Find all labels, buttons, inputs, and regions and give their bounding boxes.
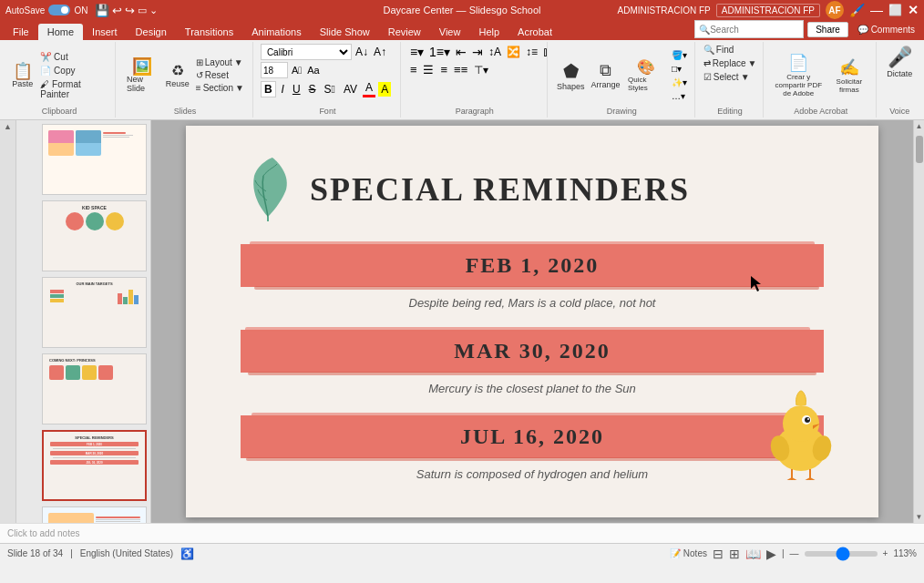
tab-help[interactable]: Help — [469, 24, 508, 40]
comments-button[interactable]: 💬 Comments — [852, 23, 920, 36]
dictate-button[interactable]: 🎤 Dictate — [883, 44, 916, 80]
shape-fill-button[interactable]: 🪣▾ — [670, 49, 689, 61]
main-slide[interactable]: SPECIAL REMINDERS FEB 1, 2020 Despite be… — [186, 126, 878, 517]
tab-acrobat[interactable]: Acrobat — [508, 24, 561, 40]
font-color-button[interactable]: A — [363, 80, 375, 97]
underline-button[interactable]: U — [290, 82, 303, 97]
decrease-indent-button[interactable]: ⇤ — [454, 44, 468, 60]
char-spacing-button[interactable]: AV — [341, 82, 360, 97]
number-list-button[interactable]: 1≡▾ — [427, 44, 452, 60]
strikethrough-button[interactable]: S — [306, 82, 319, 97]
slide-14-container: 14 — [20, 124, 147, 199]
zoom-in-button[interactable]: + — [883, 548, 888, 558]
font-size-decrease[interactable]: A↓ — [354, 46, 370, 58]
present-icon[interactable]: ▭ — [138, 5, 147, 16]
select-button[interactable]: ☑ Select ▼ — [701, 71, 760, 83]
copy-button[interactable]: 📄 Copy — [37, 65, 109, 77]
font-size-increase[interactable]: A↑ — [372, 46, 388, 58]
format-painter-button[interactable]: 🖌 Format Painter — [37, 78, 109, 100]
solicitar-firmas-button[interactable]: ✍️ Solicitar firmas — [827, 56, 870, 96]
slide-sorter-button[interactable]: ⊞ — [729, 547, 740, 561]
align-left-button[interactable]: ≡ — [408, 62, 419, 77]
reuse-icon: ♻ — [171, 62, 184, 79]
search-box[interactable]: 🔍 — [694, 20, 804, 38]
user-avatar[interactable]: AF — [826, 1, 844, 19]
notes-view-button[interactable]: 📝 Notes — [670, 548, 707, 558]
bold-button[interactable]: B — [261, 81, 276, 97]
tab-slideshow[interactable]: Slide Show — [311, 24, 379, 40]
convert-smartart-button[interactable]: 🔀 — [505, 45, 522, 59]
zoom-out-button[interactable]: — — [790, 548, 799, 558]
right-scrollbar[interactable]: ▲ ▼ — [913, 120, 924, 523]
zoom-slider[interactable] — [805, 551, 878, 557]
shape-extra-button[interactable]: …▾ — [670, 90, 689, 102]
increase-indent-button[interactable]: ⇥ — [470, 44, 485, 60]
slideshow-button[interactable]: ▶ — [766, 547, 776, 561]
tab-animations[interactable]: Animations — [242, 24, 310, 40]
find-button[interactable]: 🔍 Find — [701, 44, 760, 56]
text-direction-button[interactable]: ↕A — [487, 45, 503, 59]
scroll-down-arrow[interactable]: ▼ — [914, 511, 924, 523]
replace-label: Replace — [713, 58, 746, 68]
slide-16-thumb[interactable]: OUR MAIN TARGETS — [42, 277, 147, 348]
redo-icon[interactable]: ↪ — [125, 4, 135, 17]
reset-button[interactable]: ↺ Reset — [193, 69, 247, 81]
clipboard-buttons: 📋 Paste ✂️ Cut 📄 Copy 🖌 Format Painter — [9, 44, 109, 107]
paste-button[interactable]: 📋 Paste — [9, 61, 36, 90]
tab-home[interactable]: Home — [38, 24, 83, 40]
font-size-input[interactable] — [261, 62, 288, 78]
cut-button[interactable]: ✂️ Cut — [37, 51, 109, 63]
arrange-button[interactable]: ⧉ Arrange — [589, 59, 622, 91]
layout-button[interactable]: ⊞ Layout ▼ — [193, 56, 247, 68]
reuse-button[interactable]: ♻ Reuse — [164, 60, 191, 90]
crear-pdf-button[interactable]: 📄 Crear y compartir PDF de Adobe — [771, 51, 826, 99]
window-maximize[interactable]: ⬜ — [888, 4, 902, 16]
new-slide-button[interactable]: 🖼️ New Slide — [123, 56, 162, 95]
normal-view-button[interactable]: ⊟ — [713, 547, 724, 561]
bullet-list-button[interactable]: ≡▾ — [408, 44, 426, 60]
shape-outline-button[interactable]: □▾ — [670, 63, 689, 75]
tab-view[interactable]: View — [430, 24, 470, 40]
line-spacing-button[interactable]: ↕≡ — [524, 45, 539, 59]
notes-bar[interactable]: Click to add notes — [0, 523, 924, 543]
tab-insert[interactable]: Insert — [83, 24, 127, 40]
scroll-thumb[interactable] — [916, 136, 923, 163]
panel-scroll-up[interactable]: ▲ — [4, 122, 12, 131]
clear-format-button[interactable]: A⃥ — [290, 65, 303, 76]
autosave-toggle[interactable] — [48, 5, 70, 15]
tab-design[interactable]: Design — [127, 24, 176, 40]
slide-14-thumb[interactable] — [42, 124, 147, 195]
window-minimize[interactable]: — — [870, 3, 883, 17]
shape-effects-button[interactable]: ✨▾ — [670, 77, 689, 88]
replace-button[interactable]: ⇄ Replace ▼ — [701, 57, 760, 69]
save-icon[interactable]: 💾 — [95, 4, 109, 17]
accessibility-icon[interactable]: ♿ — [180, 547, 194, 560]
slide-19-thumb[interactable] — [42, 506, 147, 523]
align-right-button[interactable]: ≡ — [438, 62, 449, 77]
slide-18-thumb[interactable]: SPECIAL REMINDERS FEB 1, 2020 MAR 30, 20… — [42, 430, 147, 501]
justify-button[interactable]: ≡≡ — [452, 62, 469, 77]
customize-icon[interactable]: ⌄ — [149, 5, 158, 16]
brush-icon[interactable]: 🖌️ — [849, 3, 865, 17]
scroll-up-arrow[interactable]: ▲ — [914, 120, 924, 132]
font-name-select[interactable]: Calibri — [261, 44, 352, 60]
align-center-button[interactable]: ☰ — [421, 62, 436, 77]
change-case-button[interactable]: Aa — [305, 65, 321, 76]
italic-button[interactable]: I — [279, 82, 287, 97]
vertical-align-button[interactable]: ⊤▾ — [472, 63, 490, 77]
tab-file[interactable]: File — [4, 24, 38, 40]
highlight-button[interactable]: A — [378, 82, 391, 97]
section-button[interactable]: ≡ Section ▼ — [193, 82, 247, 94]
shapes-button[interactable]: ⬟ Shapes — [555, 58, 588, 93]
shadow-button[interactable]: S⃞ — [322, 82, 338, 97]
reading-view-button[interactable]: 📖 — [745, 547, 761, 561]
slide-15-thumb[interactable]: KID SPACE — [42, 200, 147, 271]
window-close[interactable]: ✕ — [908, 3, 919, 17]
tab-review[interactable]: Review — [379, 24, 430, 40]
tab-transitions[interactable]: Transitions — [176, 24, 242, 40]
slide-17-thumb[interactable]: COMING NEXT: PRINCESS — [42, 353, 147, 424]
quick-styles-button[interactable]: 🎨 Quick Styles — [624, 56, 668, 94]
search-input[interactable] — [710, 25, 801, 35]
undo-icon[interactable]: ↩ — [112, 4, 122, 17]
share-button[interactable]: Share — [807, 22, 848, 37]
